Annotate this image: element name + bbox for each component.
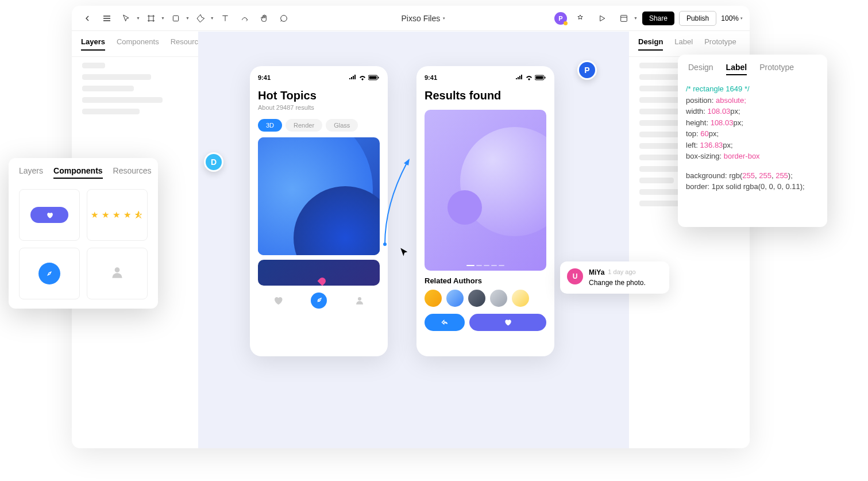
heading: Results found (425, 89, 546, 102)
tab-layers[interactable]: Layers (19, 166, 43, 179)
back-icon[interactable] (79, 10, 96, 27)
comment-time: 1 day ago (608, 268, 635, 276)
left-panel: Layers Components Resources (72, 32, 198, 120)
svg-rect-9 (545, 77, 546, 79)
status-time: 9:41 (425, 74, 437, 81)
skeleton-line (82, 86, 134, 91)
tab-components[interactable]: Components (53, 166, 103, 179)
play-icon[interactable] (593, 10, 611, 27)
bottom-nav (258, 286, 380, 309)
status-bar: 9:41 (258, 74, 380, 81)
svg-rect-4 (378, 77, 379, 79)
plugin-icon[interactable] (572, 10, 589, 27)
arrow-tool-icon[interactable] (236, 10, 253, 27)
resize-handle[interactable] (258, 254, 259, 255)
avatar[interactable] (425, 290, 442, 307)
comment-tool-icon[interactable] (275, 10, 292, 27)
share-button[interactable]: Share (642, 11, 674, 25)
skeleton-line (82, 97, 163, 103)
tab-render[interactable]: Render (286, 119, 322, 132)
artboard-results[interactable]: 9:41 Results found Related Authors (416, 66, 554, 356)
text-tool-icon[interactable] (217, 10, 234, 27)
avatar[interactable] (490, 290, 507, 307)
component-user[interactable] (87, 248, 148, 299)
svg-rect-1 (621, 15, 627, 21)
svg-rect-0 (173, 16, 178, 21)
hand-tool-icon[interactable] (256, 10, 273, 27)
selected-image[interactable] (258, 137, 380, 255)
status-icons (349, 74, 380, 81)
tab-design[interactable]: Design (638, 37, 663, 51)
chevron-down-icon[interactable]: ▼ (634, 16, 638, 20)
collaborator-cursor-p: P (577, 60, 597, 80)
publish-button[interactable]: Publish (679, 11, 716, 26)
subtitle: About 29487 results (258, 104, 380, 111)
tab-layers[interactable]: Layers (81, 37, 105, 51)
tab-prototype[interactable]: Prototype (704, 37, 736, 51)
cursor-tool-icon[interactable] (118, 10, 135, 27)
svg-point-6 (358, 297, 361, 301)
chevron-down-icon[interactable]: ▼ (161, 16, 165, 20)
user-avatar[interactable]: P (554, 12, 567, 25)
user-icon[interactable] (352, 293, 368, 309)
component-compass[interactable] (19, 248, 80, 299)
code-inspect-panel: Design Label Prototype /* rectangle 1649… (678, 55, 827, 227)
chevron-down-icon[interactable]: ▼ (210, 16, 214, 20)
related-heading: Related Authors (425, 276, 546, 285)
components-panel: Layers Components Resources ★ ★ ★ ★ ⯪ (9, 158, 158, 309)
resize-handle[interactable] (258, 137, 259, 138)
share-button[interactable] (425, 314, 465, 331)
tab-label[interactable]: Label (674, 37, 693, 51)
tab-label[interactable]: Label (726, 63, 747, 75)
tab-design[interactable]: Design (688, 63, 713, 75)
avatar[interactable] (446, 290, 464, 307)
tab-prototype[interactable]: Prototype (759, 63, 794, 75)
app-window: ▼ ▼ ▼ ▼ Pixso Files▾ P ▼ Share Publish 1… (72, 6, 750, 448)
heart-icon[interactable] (270, 293, 286, 309)
compass-icon[interactable] (311, 293, 327, 309)
avatar[interactable] (468, 290, 485, 307)
avatar[interactable] (512, 290, 529, 307)
like-button[interactable] (469, 314, 546, 331)
comment-card[interactable]: U MiYa 1 day ago Change the photo. (560, 261, 669, 294)
canvas[interactable]: 9:41 Hot Topics About 29487 results 3D R… (198, 32, 629, 448)
tab-glass[interactable]: Glass (326, 119, 358, 132)
chevron-down-icon[interactable]: ▼ (186, 16, 190, 20)
heading: Hot Topics (258, 89, 380, 102)
status-icons (515, 74, 546, 81)
tab-resources[interactable]: Resources (113, 166, 152, 179)
comment-text: Change the photo. (589, 279, 646, 287)
layout-icon[interactable] (615, 10, 632, 27)
pen-tool-icon[interactable] (192, 10, 209, 27)
skeleton-line (639, 132, 680, 137)
svg-point-11 (115, 267, 120, 272)
skeleton-line (82, 63, 105, 68)
skeleton-line (639, 178, 674, 183)
zoom-control[interactable]: 100%▾ (721, 14, 743, 22)
status-bar: 9:41 (425, 74, 546, 81)
menu-icon[interactable] (98, 10, 115, 27)
svg-rect-8 (536, 76, 543, 79)
author-avatars (425, 290, 546, 307)
resize-handle[interactable] (379, 137, 380, 138)
shape-tool-icon[interactable] (167, 10, 184, 27)
tab-components[interactable]: Components (117, 37, 159, 51)
skeleton-line (82, 74, 151, 80)
pagination-dots (466, 265, 504, 266)
result-image[interactable] (425, 110, 546, 271)
artboard-hot-topics[interactable]: 9:41 Hot Topics About 29487 results 3D R… (250, 66, 388, 356)
file-title[interactable]: Pixso Files▾ (292, 14, 554, 23)
resize-handle[interactable] (379, 254, 380, 255)
code-content[interactable]: /* rectangle 1649 */ position: absolute;… (678, 79, 827, 197)
skeleton-line (82, 109, 140, 114)
filter-tabs: 3D Render Glass (258, 119, 380, 132)
star-icon: ★ ★ ★ ★ ⯪ (91, 210, 144, 220)
tab-3d[interactable]: 3D (258, 119, 282, 132)
status-time: 9:41 (258, 74, 271, 81)
comment-avatar: U (567, 268, 583, 284)
frame-tool-icon[interactable] (142, 10, 160, 27)
component-star-rating[interactable]: ★ ★ ★ ★ ⯪ (87, 189, 148, 241)
component-heart-button[interactable] (19, 189, 80, 241)
secondary-image[interactable] (258, 260, 380, 286)
chevron-down-icon[interactable]: ▼ (136, 16, 140, 20)
